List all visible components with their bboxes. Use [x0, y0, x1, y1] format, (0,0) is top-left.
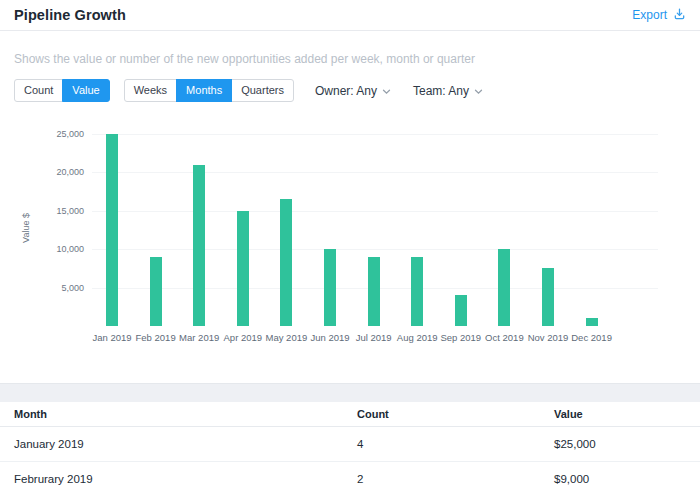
pipeline-growth-table: MonthCountValueJanuary 20194$25,000Febru…: [0, 402, 700, 492]
table-header-row: MonthCountValue: [0, 402, 700, 427]
report-description: Shows the value or number of the new opp…: [0, 52, 700, 66]
bar-nov-2019[interactable]: [542, 268, 554, 326]
bar-sep-2019[interactable]: [455, 295, 467, 326]
gridline: [92, 134, 658, 135]
column-header-month: Month: [14, 408, 357, 420]
gridline: [92, 211, 658, 212]
bar-jun-2019[interactable]: [324, 249, 336, 326]
toggle-metric-count[interactable]: Count: [14, 79, 63, 102]
chevron-down-icon: [382, 84, 391, 98]
report-header: Pipeline Growth Export: [0, 0, 700, 31]
bar-oct-2019[interactable]: [498, 249, 510, 326]
section-divider-band: [0, 383, 700, 402]
toggle-period-weeks[interactable]: Weeks: [124, 79, 177, 102]
bar-dec-2019[interactable]: [586, 318, 598, 326]
y-axis-tick: 15,000: [0, 206, 84, 216]
y-axis-tick: 5,000: [0, 283, 84, 293]
toggle-period-months[interactable]: Months: [176, 79, 232, 102]
period-toggle-group: WeeksMonthsQuarters: [124, 79, 294, 102]
column-header-value: Value: [554, 408, 700, 420]
team-filter-label: Team: Any: [413, 84, 469, 98]
bar-feb-2019[interactable]: [150, 257, 162, 326]
download-icon: [673, 6, 686, 24]
table-cell: $9,000: [554, 473, 700, 485]
bar-aug-2019[interactable]: [411, 257, 423, 326]
filter-dropdowns: Owner: AnyTeam: Any: [315, 84, 483, 98]
bar-jan-2019[interactable]: [106, 134, 118, 326]
metric-toggle-group: CountValue: [14, 79, 110, 102]
table-cell: January 2019: [14, 438, 357, 450]
controls-bar: CountValue WeeksMonthsQuarters Owner: An…: [0, 80, 700, 101]
x-axis-tick: Dec 2019: [562, 332, 622, 343]
chevron-down-icon: [474, 84, 483, 98]
table-row[interactable]: Februrary 20192$9,000: [0, 462, 700, 492]
y-axis-tick: 20,000: [0, 167, 84, 177]
gridline: [92, 249, 658, 250]
owner-filter-label: Owner: Any: [315, 84, 377, 98]
bar-apr-2019[interactable]: [237, 211, 249, 326]
table-cell: 2: [357, 473, 554, 485]
page-title: Pipeline Growth: [14, 7, 126, 23]
gridline: [92, 172, 658, 173]
y-axis-tick: 25,000: [0, 129, 84, 139]
export-label: Export: [632, 8, 667, 22]
table-cell: Februrary 2019: [14, 473, 357, 485]
team-filter-dropdown[interactable]: Team: Any: [413, 84, 483, 98]
bar-may-2019[interactable]: [280, 199, 292, 326]
column-header-count: Count: [357, 408, 554, 420]
export-button[interactable]: Export: [632, 6, 686, 24]
table-row[interactable]: January 20194$25,000: [0, 427, 700, 462]
pipeline-growth-bar-chart: Value $5,00010,00015,00020,00025,000Jan …: [0, 101, 700, 383]
toggle-period-quarters[interactable]: Quarters: [231, 79, 294, 102]
y-axis-tick: 10,000: [0, 244, 84, 254]
table-cell: $25,000: [554, 438, 700, 450]
table-cell: 4: [357, 438, 554, 450]
bar-mar-2019[interactable]: [193, 165, 205, 326]
toggle-metric-value[interactable]: Value: [62, 79, 109, 102]
owner-filter-dropdown[interactable]: Owner: Any: [315, 84, 391, 98]
bar-jul-2019[interactable]: [368, 257, 380, 326]
